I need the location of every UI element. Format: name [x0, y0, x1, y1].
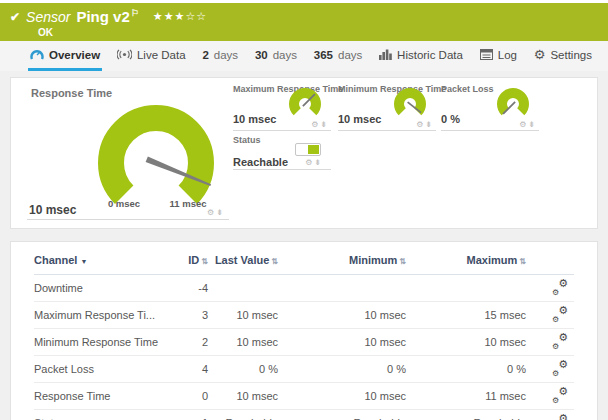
tab-bar: Overview Live Data 2 days 30 days 365 da… [0, 41, 608, 71]
header-minimum[interactable]: Minimum⇅ [282, 242, 410, 275]
cell-id: 0 [162, 383, 212, 410]
min-response-time-gauge [392, 88, 428, 120]
sort-icon: ⇅ [201, 257, 208, 266]
gear-small-icon[interactable]: ⚙ [305, 158, 314, 167]
gauges-panel: Response Time 0 msec 11 msec 10 msec ⚙⇟ … [10, 77, 598, 229]
sensor-name: Ping v2⚐ [76, 8, 138, 25]
header-channel[interactable]: Channel▼ [34, 242, 162, 275]
gauge-scale-max: 11 msec [170, 198, 207, 209]
table-header-row: Channel▼ ID⇅ Last Value⇅ Minimum⇅ Maximu… [34, 242, 574, 275]
gauge-settings-icons[interactable]: ⚙⇟ [519, 120, 537, 129]
divider [338, 130, 436, 131]
gauge-settings-icons[interactable]: ⚙⇟ [416, 120, 434, 129]
min-response-time-cell: Minimum Response Time 10 msec ⚙⇟ [338, 84, 436, 134]
cell-channel[interactable]: Downtime [34, 275, 162, 302]
packet-loss-value: 0 % [441, 113, 460, 125]
gear-small-icon[interactable]: ⚙ [519, 120, 528, 129]
cell-maximum [410, 275, 530, 302]
tab-settings[interactable]: ⚙ Settings [532, 41, 594, 71]
tab-historic-data[interactable]: Historic Data [377, 41, 465, 71]
cell-channel[interactable]: Minimum Response Time [34, 329, 162, 356]
log-icon [480, 49, 493, 60]
gauge-settings-icons[interactable]: ⚙⇟ [305, 158, 323, 167]
tab-overview[interactable]: Overview [28, 41, 102, 71]
cell-last-value: 0 % [212, 356, 282, 383]
bar-chart-icon [379, 49, 392, 60]
divider [27, 219, 229, 220]
cell-channel[interactable]: Packet Loss [34, 356, 162, 383]
cell-channel[interactable]: Status [34, 410, 162, 420]
tab-365-days[interactable]: 365 days [312, 41, 364, 71]
table-row-downtime[interactable]: Downtime -4 ⚙⚙ [34, 275, 574, 302]
sensor-name-text: Ping v2 [76, 8, 129, 25]
sensor-header: ✔ Sensor Ping v2⚐ ★★★☆☆ OK [0, 3, 608, 41]
pin-icon[interactable]: ⇟ [528, 120, 537, 129]
pin-icon[interactable]: ⇟ [216, 208, 225, 217]
table-row-status[interactable]: Status 1 Reachable Reachable Reachable ⚙… [34, 410, 574, 420]
channel-settings-icon[interactable]: ⚙⚙ [552, 334, 568, 348]
sort-icon: ⇅ [399, 257, 406, 266]
cell-channel[interactable]: Maximum Response Ti... [34, 302, 162, 329]
channel-settings-icon[interactable]: ⚙⚙ [552, 388, 568, 402]
gear-small-icon[interactable]: ⚙ [207, 208, 216, 217]
header-maximum[interactable]: Maximum⇅ [410, 242, 530, 275]
response-time-value: 10 msec [29, 203, 76, 217]
cell-id: 1 [162, 410, 212, 420]
channel-table: Channel▼ ID⇅ Last Value⇅ Minimum⇅ Maximu… [34, 242, 574, 420]
table-row-packet-loss[interactable]: Packet Loss 4 0 % 0 % 0 % ⚙⚙ [34, 356, 574, 383]
gear-small-icon[interactable]: ⚙ [416, 120, 425, 129]
cell-id: 2 [162, 329, 212, 356]
tab-live-data-label: Live Data [137, 49, 186, 61]
sort-desc-icon: ▼ [80, 258, 87, 265]
content-area: Response Time 0 msec 11 msec 10 msec ⚙⇟ … [0, 71, 608, 420]
tab-365-days-unit: days [338, 49, 362, 61]
channel-table-panel: Channel▼ ID⇅ Last Value⇅ Minimum⇅ Maximu… [10, 241, 598, 420]
cell-minimum: 10 msec [282, 302, 410, 329]
header-channel-label: Channel [34, 254, 77, 266]
max-response-time-value: 10 msec [233, 113, 276, 125]
tab-log[interactable]: Log [478, 41, 519, 71]
tab-live-data[interactable]: Live Data [115, 41, 188, 71]
table-row-min-response[interactable]: Minimum Response Time 2 10 msec 10 msec … [34, 329, 574, 356]
header-last-value[interactable]: Last Value⇅ [212, 242, 282, 275]
flag-icon[interactable]: ⚐ [131, 8, 139, 18]
max-response-time-cell: Maximum Response Time 10 msec ⚙⇟ [233, 84, 331, 134]
header-id-label: ID [188, 254, 199, 266]
max-response-time-gauge [287, 88, 323, 120]
channel-settings-icon[interactable]: ⚙⚙ [552, 280, 568, 294]
cell-minimum [282, 275, 410, 302]
tab-historic-data-label: Historic Data [397, 49, 463, 61]
channel-settings-icon[interactable]: ⚙⚙ [552, 307, 568, 321]
table-row-response-time[interactable]: Response Time 0 10 msec 10 msec 11 msec … [34, 383, 574, 410]
header-id[interactable]: ID⇅ [162, 242, 212, 275]
sort-icon: ⇅ [271, 257, 278, 266]
header-last-value-label: Last Value [215, 254, 269, 266]
cell-channel[interactable]: Response Time [34, 383, 162, 410]
tab-2-days[interactable]: 2 days [200, 41, 240, 71]
cell-minimum: 10 msec [282, 383, 410, 410]
packet-loss-cell: Packet Loss 0 % ⚙⇟ [441, 84, 539, 134]
status-check-icon: ✔ [10, 10, 20, 24]
gauge-settings-icons[interactable]: ⚙⇟ [207, 208, 225, 217]
header-minimum-label: Minimum [349, 254, 397, 266]
cell-id: -4 [162, 275, 212, 302]
priority-stars[interactable]: ★★★☆☆ [153, 10, 207, 23]
cell-id: 3 [162, 302, 212, 329]
status-led-on [308, 145, 319, 154]
pin-icon[interactable]: ⇟ [314, 158, 323, 167]
pin-icon[interactable]: ⇟ [425, 120, 434, 129]
tab-2-days-number: 2 [202, 49, 208, 61]
tab-30-days[interactable]: 30 days [253, 41, 299, 71]
channel-settings-icon[interactable]: ⚙⚙ [552, 415, 568, 420]
gauge-settings-icons[interactable]: ⚙⇟ [311, 120, 329, 129]
header-maximum-label: Maximum [467, 254, 518, 266]
tab-365-days-number: 365 [314, 49, 333, 61]
broadcast-icon [117, 49, 132, 60]
cell-minimum: 0 % [282, 356, 410, 383]
tab-overview-label: Overview [49, 49, 100, 61]
status-value: Reachable [233, 156, 288, 168]
gear-small-icon[interactable]: ⚙ [311, 120, 320, 129]
pin-icon[interactable]: ⇟ [320, 120, 329, 129]
table-row-max-response[interactable]: Maximum Response Ti... 3 10 msec 10 msec… [34, 302, 574, 329]
channel-settings-icon[interactable]: ⚙⚙ [552, 361, 568, 375]
